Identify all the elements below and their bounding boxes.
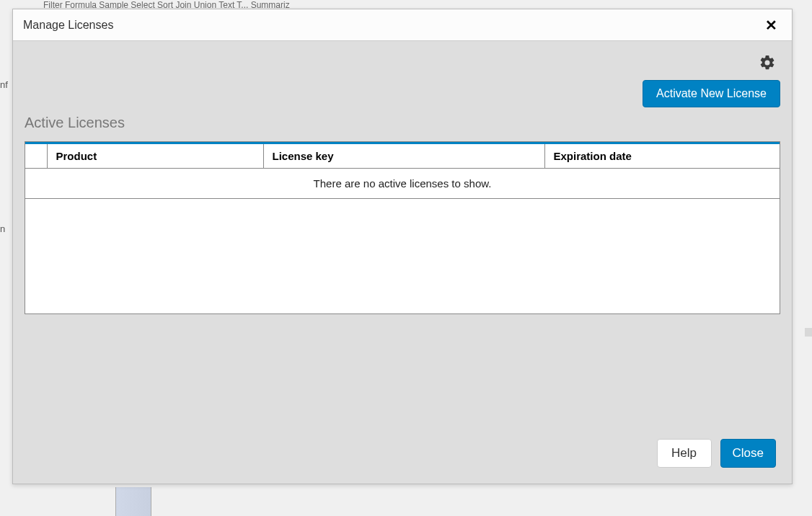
gear-icon[interactable]	[759, 54, 776, 71]
bg-left-fragment-1: nf	[0, 79, 8, 90]
close-icon[interactable]: ✕	[761, 18, 782, 32]
col-selector	[25, 143, 47, 169]
table-empty-row: There are no active licenses to show.	[25, 169, 780, 199]
active-licenses-heading: Active Licenses	[25, 115, 780, 131]
bg-bottom-strip	[115, 487, 151, 516]
activate-new-license-button[interactable]: Activate New License	[643, 80, 780, 107]
col-license-key: License key	[263, 143, 544, 169]
dialog-titlebar: Manage Licenses ✕	[13, 9, 792, 41]
manage-licenses-dialog: Manage Licenses ✕ Activate New License A…	[12, 9, 793, 484]
close-button[interactable]: Close	[720, 439, 776, 468]
licenses-table: Product License key Expiration date Ther…	[25, 142, 780, 199]
dialog-title: Manage Licenses	[23, 19, 113, 32]
bg-left-fragment-2: n	[0, 223, 5, 234]
top-actions: Activate New License	[25, 54, 780, 107]
dialog-footer: Help Close	[13, 426, 792, 484]
col-expiration: Expiration date	[544, 143, 780, 169]
col-product: Product	[47, 143, 263, 169]
table-header-row: Product License key Expiration date	[25, 143, 780, 169]
dialog-body: Activate New License Active Licenses Pro…	[13, 41, 792, 426]
licenses-table-container: Product License key Expiration date Ther…	[25, 141, 780, 314]
help-button[interactable]: Help	[657, 439, 712, 468]
bg-right-strip	[805, 328, 812, 337]
empty-licenses-message: There are no active licenses to show.	[25, 169, 780, 199]
